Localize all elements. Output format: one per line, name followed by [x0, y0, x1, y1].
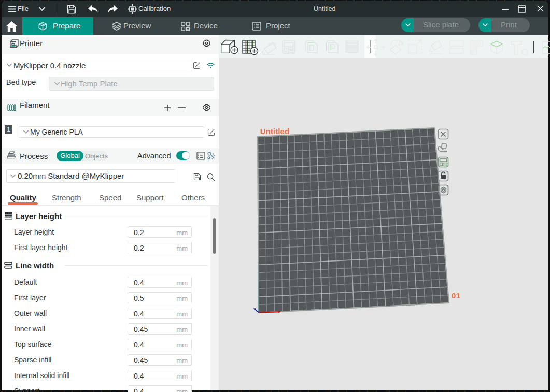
svg-text:AUTO: AUTO — [268, 42, 277, 46]
